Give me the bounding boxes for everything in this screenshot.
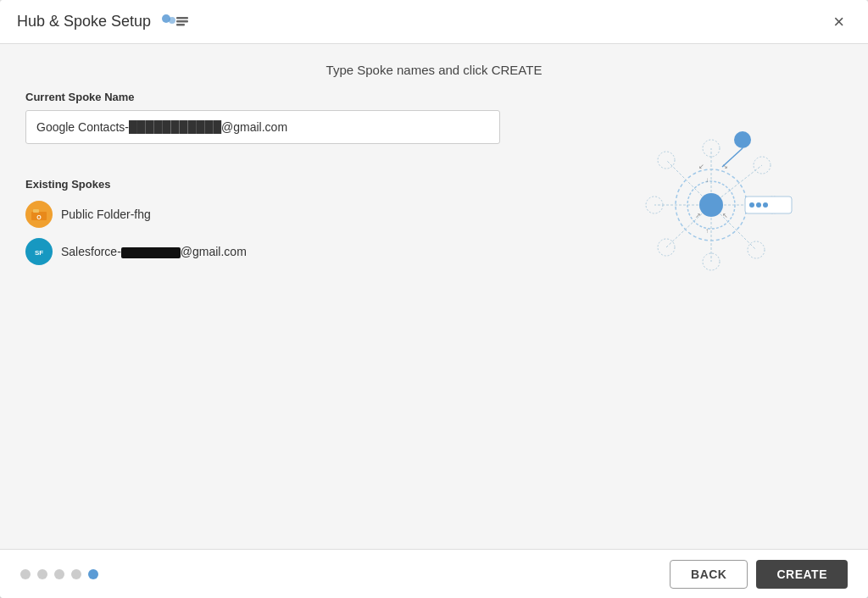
svg-rect-4 — [176, 24, 185, 26]
modal-container: Hub & Spoke Setup × Type Spoke names and… — [0, 0, 868, 598]
salesforce-logo: SF — [30, 242, 48, 261]
svg-point-37 — [749, 202, 754, 208]
existing-spokes-section: Existing Spokes O Public Folder-fhg — [25, 178, 554, 265]
dot-1 — [20, 569, 31, 579]
svg-point-38 — [756, 202, 761, 208]
svg-point-40 — [734, 131, 751, 148]
dot-2 — [37, 569, 47, 579]
spoke-name-public-folder: Public Folder-fhg — [61, 208, 151, 221]
dot-5-active — [88, 569, 98, 579]
salesforce-icon: SF — [25, 238, 53, 265]
svg-point-39 — [763, 202, 768, 208]
content-area: Current Spoke Name Existing Spokes O — [0, 91, 868, 549]
svg-text:↖: ↖ — [722, 212, 728, 219]
footer-buttons: BACK CREATE — [670, 560, 848, 589]
svg-rect-7 — [33, 209, 39, 213]
svg-rect-2 — [176, 17, 188, 19]
dot-3 — [54, 569, 64, 579]
svg-rect-3 — [176, 20, 188, 23]
current-spoke-input[interactable] — [25, 110, 500, 144]
public-folder-icon: O — [25, 201, 53, 228]
svg-line-41 — [722, 148, 743, 167]
modal-header: Hub & Spoke Setup × — [0, 0, 868, 44]
current-spoke-label: Current Spoke Name — [25, 91, 554, 103]
svg-text:↙: ↙ — [698, 163, 704, 170]
spoke-item-salesforce: SF Salesforce-@gmail.com — [25, 238, 554, 265]
svg-text:↑: ↑ — [705, 227, 709, 235]
right-panel: ↙ ↘ ↗ ↖ ↓ ↑ — [588, 91, 843, 549]
svg-text:O: O — [36, 214, 42, 220]
close-button[interactable]: × — [826, 9, 851, 35]
hub-spoke-icon — [159, 12, 190, 32]
dot-4 — [71, 569, 81, 579]
svg-point-29 — [699, 193, 723, 217]
diagram-svg: ↙ ↘ ↗ ↖ ↓ ↑ — [622, 108, 809, 294]
modal-title: Hub & Spoke Setup — [17, 13, 151, 30]
instructions-text: Type Spoke names and click CREATE — [0, 44, 868, 91]
create-button[interactable]: CREATE — [756, 560, 848, 589]
hub-spoke-diagram: ↙ ↘ ↗ ↖ ↓ ↑ — [622, 108, 809, 294]
header-left: Hub & Spoke Setup — [17, 12, 190, 32]
back-button[interactable]: BACK — [670, 560, 748, 589]
svg-text:↓: ↓ — [705, 176, 709, 184]
svg-text:SF: SF — [35, 249, 43, 257]
modal-body: Type Spoke names and click CREATE Curren… — [0, 44, 868, 549]
header-icon — [159, 12, 190, 32]
modal-footer: BACK CREATE — [0, 549, 868, 598]
svg-point-1 — [169, 17, 175, 24]
existing-spokes-label: Existing Spokes — [25, 178, 554, 191]
office-icon: O — [30, 205, 48, 224]
spoke-item-public-folder: O Public Folder-fhg — [25, 201, 554, 228]
left-panel: Current Spoke Name Existing Spokes O — [25, 91, 588, 549]
spoke-name-salesforce: Salesforce-@gmail.com — [61, 245, 247, 258]
svg-text:↗: ↗ — [695, 212, 701, 219]
pagination-dots — [20, 569, 98, 579]
